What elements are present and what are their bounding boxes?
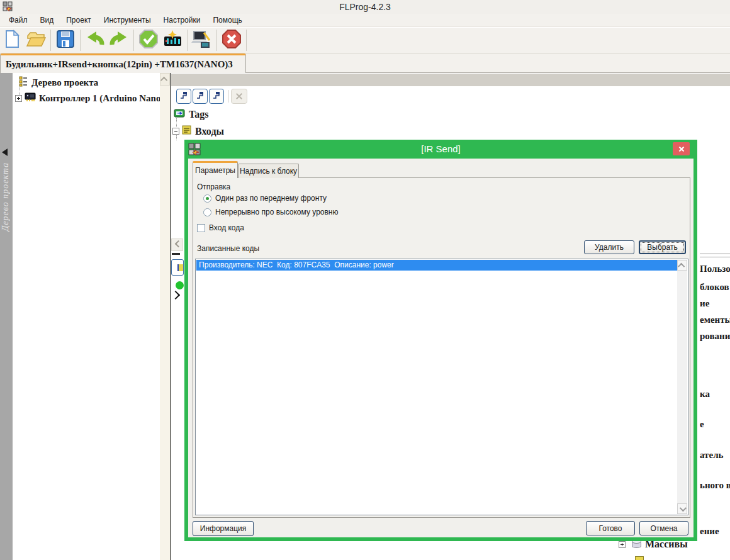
tree-item-tags[interactable]: Tags — [174, 108, 208, 120]
library-item-fragment: ьного в — [700, 480, 730, 491]
delete-code-button[interactable]: Удалить — [584, 240, 634, 254]
chevron-down-icon — [680, 504, 687, 511]
library-icon-fragment — [635, 556, 644, 560]
tree-scroll-up-button[interactable] — [160, 73, 170, 86]
list-scrollbar[interactable] — [677, 260, 687, 514]
menu-settings[interactable]: Настройки — [157, 14, 207, 26]
expand-controller-icon[interactable] — [15, 95, 22, 102]
checkbox-icon[interactable] — [197, 224, 205, 232]
dialog-close-button[interactable] — [673, 142, 690, 155]
code-list-item-selected[interactable]: Производитель: NEC Код: 807FCA35 Описани… — [196, 260, 678, 271]
canvas-button-fragment[interactable] — [171, 259, 184, 276]
dialog-title-bar[interactable]: [IR Send] — [184, 140, 697, 159]
canvas-scroll-left-button[interactable] — [171, 238, 183, 251]
project-tree-icon — [19, 76, 28, 89]
tree-controller-label: Контроллер 1 (Arduino Nano — [39, 93, 160, 104]
exit-button[interactable] — [220, 29, 243, 52]
library-item-fragment: ка — [700, 389, 710, 400]
done-button[interactable]: Готово — [586, 521, 635, 535]
tree-root-label: Дерево проекта — [31, 77, 98, 88]
toolbar-separator — [216, 30, 217, 51]
close-icon — [678, 146, 685, 152]
dialog-body: Параметры Надпись к блоку Отправка Один … — [188, 159, 694, 537]
tree-scrollbar[interactable] — [160, 73, 170, 560]
insert-tag-button-2[interactable] — [193, 89, 208, 104]
menu-project[interactable]: Проект — [60, 14, 98, 26]
new-project-button[interactable] — [1, 29, 23, 52]
menu-bar: Файл Вид Проект Инструменты Настройки По… — [0, 14, 730, 27]
tree-item-project-root[interactable]: Дерево проекта — [19, 76, 98, 89]
select-code-button[interactable]: Выбрать — [639, 240, 686, 254]
delete-x-icon — [235, 92, 243, 100]
radio-once-label: Один раз по переднему фронту — [215, 194, 327, 203]
programmer-icon — [162, 29, 183, 52]
select-code-label: Выбрать — [647, 243, 677, 252]
collapse-tree-button[interactable] — [2, 148, 11, 159]
undo-icon — [85, 30, 105, 51]
toolbar-separator — [133, 30, 134, 51]
dialog-tab-block-caption[interactable]: Надпись к блоку — [238, 164, 299, 178]
upload-device-icon — [191, 29, 213, 52]
toolbar-separator — [80, 30, 81, 51]
code-input-checkbox-row[interactable]: Вход кода — [197, 223, 244, 232]
cancel-button[interactable]: Отмена — [639, 521, 688, 535]
tag-flag-icon — [212, 91, 221, 102]
canvas-block-fragment — [172, 253, 180, 255]
information-button[interactable]: Информация — [193, 521, 254, 536]
splitter-line — [700, 254, 730, 254]
check-compile-icon — [138, 29, 159, 52]
menu-help[interactable]: Помощь — [206, 14, 248, 26]
menu-view[interactable]: Вид — [34, 14, 60, 26]
ir-send-dialog: [IR Send] Параметры Надпись к блоку Отпр… — [184, 140, 697, 541]
chevron-left-icon — [174, 240, 181, 247]
insert-tag-button-1[interactable] — [176, 89, 191, 104]
expand-arrays-icon[interactable] — [619, 541, 626, 548]
radio-icon-selected[interactable] — [203, 194, 211, 203]
information-label: Информация — [200, 524, 246, 533]
library-item-fragment: блоков — [700, 282, 729, 293]
new-file-icon — [3, 30, 21, 51]
code-input-label: Вход кода — [209, 223, 244, 232]
save-icon — [56, 30, 75, 51]
open-project-button[interactable] — [25, 29, 47, 52]
block-icon-fragment — [177, 264, 184, 271]
library-item-fragment: е — [700, 419, 704, 430]
library-item-fragment: Пользо — [700, 264, 730, 274]
undo-button[interactable] — [84, 29, 106, 52]
cancel-label: Отмена — [650, 524, 677, 533]
canvas-toolbar-separator — [228, 90, 228, 103]
tab-project[interactable]: Будильник+IRsend+кнопка(12pin) +TM1637(N… — [0, 53, 246, 73]
collapse-inputs-icon[interactable] — [172, 128, 179, 135]
list-scroll-up-button[interactable] — [677, 260, 687, 271]
save-project-button[interactable] — [54, 29, 77, 52]
redo-button[interactable] — [108, 29, 130, 52]
tag-flag-icon — [179, 91, 188, 102]
dialog-tab-parameters[interactable]: Параметры — [193, 161, 238, 178]
menu-file[interactable]: Файл — [3, 14, 34, 26]
main-toolbar — [0, 28, 730, 53]
canvas-header-bar — [171, 74, 730, 86]
insert-tag-button-3[interactable] — [209, 89, 224, 104]
compile-upload-button[interactable] — [161, 29, 184, 52]
toolbar-separator — [187, 30, 188, 51]
collapse-arrow-icon — [2, 148, 8, 156]
controller-chip-icon — [25, 92, 36, 104]
chevron-right-fragment-icon — [171, 291, 180, 300]
radio-icon-unselected[interactable] — [203, 208, 211, 216]
radio-option-once[interactable]: Один раз по переднему фронту — [203, 194, 327, 203]
tree-item-inputs[interactable]: Входы — [172, 125, 224, 137]
list-scroll-down-button[interactable] — [677, 503, 687, 514]
check-project-button[interactable] — [137, 29, 160, 52]
tree-item-controller[interactable]: Контроллер 1 (Arduino Nano — [15, 92, 160, 104]
delete-tag-button-disabled[interactable] — [231, 89, 247, 104]
radio-option-continuous[interactable]: Непрерывно про высокому уровню — [203, 208, 338, 216]
menu-tools[interactable]: Инструменты — [98, 14, 157, 26]
load-to-controller-button[interactable] — [191, 29, 213, 52]
flprog-window: FLProg-4.2.3 Файл Вид Проект Инструменты… — [0, 0, 730, 560]
library-item-fragment: ементы — [700, 315, 730, 325]
chevron-up-icon — [160, 77, 167, 84]
library-item-fragment: атель — [700, 450, 724, 461]
exit-icon — [222, 29, 242, 52]
toolbar-separator — [50, 30, 51, 51]
done-label: Готово — [598, 524, 622, 533]
